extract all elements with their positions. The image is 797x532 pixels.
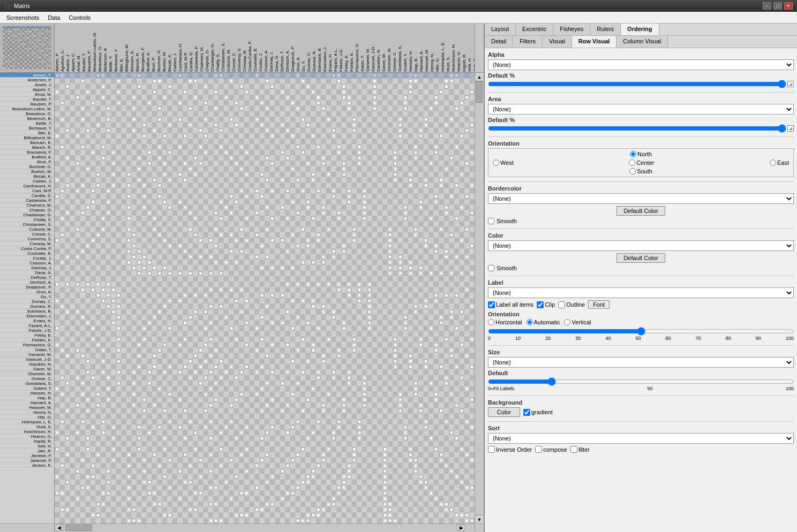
color-default-btn[interactable]: Default Color — [616, 253, 665, 263]
label-dropdown[interactable]: (None) — [488, 287, 794, 298]
row-label: Brun, P. — [0, 159, 54, 164]
vscroll-up[interactable]: ▲ — [475, 73, 484, 81]
row-label: André, J. — [0, 82, 54, 87]
label-clip-check[interactable] — [537, 301, 544, 308]
radio-north[interactable] — [630, 151, 636, 157]
scale-slider-row — [488, 328, 794, 335]
row-label: Gascuel, J-D. — [0, 357, 54, 362]
hscroll-right[interactable]: ▶ — [457, 525, 465, 531]
label-all-items-check[interactable] — [488, 301, 495, 308]
tab-ordering[interactable]: Ordering — [621, 24, 659, 35]
col-label: Dana, N. — [274, 25, 280, 72]
radio-south[interactable] — [629, 168, 636, 174]
smooth-checkbox[interactable] — [488, 218, 494, 224]
scale-slider[interactable] — [488, 328, 794, 335]
sort-dropdown-wrapper: (None) — [488, 433, 794, 444]
titlebar: ⬛ Matrix – □ ✕ — [0, 0, 797, 12]
vscroll-down[interactable]: ▼ — [475, 515, 484, 523]
col-label: Hutchinson, H. — [451, 25, 456, 72]
alpha-default-pct-label: Default % — [488, 72, 794, 79]
scale-80: 80 — [726, 336, 731, 341]
menu-controls[interactable]: Controls — [64, 13, 95, 22]
vscroll-top — [475, 24, 484, 73]
tab-excentric[interactable]: Excentric — [516, 24, 553, 35]
alpha-slider[interactable] — [488, 80, 786, 88]
bordercolor-default-btn[interactable]: Default Color — [616, 206, 665, 216]
area-slider[interactable] — [488, 125, 786, 132]
orientation2-label: Orientation — [488, 311, 794, 317]
radio-west[interactable] — [493, 159, 499, 166]
menu-data[interactable]: Data — [43, 13, 64, 22]
tab-visual[interactable]: Visual — [543, 36, 572, 48]
row-label: Hansen, H. — [0, 391, 54, 396]
alpha-dropdown[interactable]: (None) — [488, 59, 794, 70]
radio-east[interactable] — [770, 159, 776, 166]
color-dropdown[interactable]: (None) — [488, 240, 794, 251]
row-label: Chastanger, G. — [0, 212, 54, 217]
col-label: Fayard, A-L. — [333, 25, 339, 72]
row-label: Du, Y. — [0, 294, 54, 299]
col-label: Gananet, M. — [365, 25, 371, 72]
col-label: Cani, M-P. — [183, 25, 189, 72]
area-label: Area — [488, 96, 794, 102]
compose-check[interactable] — [535, 446, 542, 453]
inverse-order-check[interactable] — [488, 446, 495, 453]
col-label: Conway, M. — [242, 25, 247, 72]
menu-screenshots[interactable]: Screenshots — [2, 13, 43, 22]
tab-rulers[interactable]: Rulers — [590, 24, 621, 35]
size-dropdown[interactable]: (None) — [488, 357, 794, 368]
row-label: Blanch, R. — [0, 145, 54, 150]
close-button[interactable]: ✕ — [784, 2, 793, 10]
row-label: Braffort, A. — [0, 155, 54, 159]
label-outline-check[interactable] — [558, 301, 565, 308]
tab-detail[interactable]: Detail — [485, 36, 513, 48]
area-dropdown[interactable]: (None) — [488, 104, 794, 115]
row-label: Drun, A. — [0, 290, 54, 294]
col-label: Consel, C. — [231, 25, 237, 72]
col-label: Hansen, H. — [408, 25, 413, 72]
maximize-button[interactable]: □ — [773, 2, 782, 10]
panel-scroll[interactable]: Alpha (None) Default % ⊿ Area — [485, 48, 797, 532]
col-label: Chastanger, G. — [210, 25, 215, 72]
row-label: Fitzmaurice, G. — [0, 343, 54, 347]
radio-vertical[interactable] — [564, 319, 570, 325]
sort-dropdown[interactable]: (None) — [488, 433, 794, 444]
radio-automatic[interactable] — [527, 319, 533, 325]
background-gradient-check[interactable] — [523, 409, 530, 416]
background-row: Color gradient — [488, 407, 794, 417]
smooth-label: Smooth — [497, 218, 517, 224]
tab-layout[interactable]: Layout — [485, 24, 516, 35]
bordercolor-dropdown[interactable]: (None) — [488, 193, 794, 204]
tab-fisheyes[interactable]: Fisheyes — [553, 24, 590, 35]
row-label: Bourgeois, F. — [0, 150, 54, 155]
minimize-button[interactable]: – — [763, 2, 771, 10]
radio-horizontal[interactable] — [488, 319, 494, 325]
row-label: Bellik, Y. — [0, 121, 54, 126]
col-label: Ghonsim, M. — [387, 25, 392, 72]
col-label: Baudoin, P. — [87, 25, 92, 72]
hscroll-thumb[interactable] — [65, 525, 92, 531]
divider-3 — [488, 181, 794, 182]
filter-check[interactable] — [570, 446, 577, 453]
tab-row-visual[interactable]: Row Visual — [572, 36, 616, 48]
color-smooth-checkbox[interactable] — [488, 265, 494, 271]
radio-center[interactable] — [629, 159, 635, 166]
row-label: Huot, S. — [0, 424, 54, 429]
col-label: Fekete, J-D. — [339, 25, 344, 72]
background-color-btn[interactable]: Color — [488, 407, 520, 417]
hscroll-left[interactable]: ◀ — [55, 525, 63, 531]
row-label: Eisenstein, J. — [0, 314, 54, 318]
compose-text: compose — [543, 446, 567, 453]
scale-40: 40 — [605, 336, 611, 341]
label-section-label: Label — [488, 279, 794, 286]
tab-filters[interactable]: Filters — [513, 36, 543, 48]
row-label: Buxton, W. — [0, 169, 54, 174]
alpha-section: Alpha (None) Default % ⊿ — [488, 51, 794, 88]
hscroll: ◀ ▶ — [0, 523, 484, 532]
size-slider[interactable] — [488, 378, 794, 385]
label-font-btn[interactable]: Font — [588, 300, 610, 309]
vscroll-thumb[interactable] — [476, 81, 483, 103]
radio-south-label: South — [629, 168, 652, 174]
tab-column-visual[interactable]: Column Visual — [616, 36, 668, 48]
row-label: Conway, M. — [0, 241, 54, 246]
